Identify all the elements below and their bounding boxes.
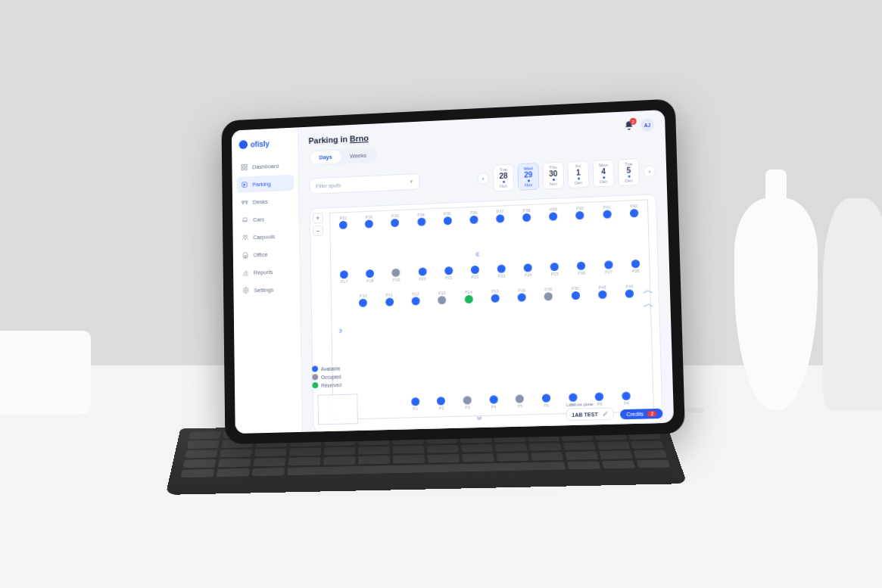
date-card[interactable]: Tue5Dec [618,158,640,186]
spot-label: P1 [413,406,418,411]
parking-spot[interactable]: P30 [571,286,580,300]
parking-spot[interactable]: P11 [385,293,394,306]
parking-spot[interactable]: P6 [542,394,551,407]
sidebar-item-office[interactable]: Office [237,245,295,263]
parking-spot[interactable]: P33 [391,213,399,227]
parking-spot[interactable]: P10 [359,294,367,307]
sidebar-item-label: Parking [252,180,270,188]
parking-spot[interactable]: P37 [496,209,504,222]
brand-logo[interactable]: ofisly [236,135,294,158]
spot-status-dot [604,260,612,269]
credits-button[interactable]: Credits 2 [620,409,663,420]
parking-spot[interactable]: P1 [411,397,419,411]
filter-dropdown[interactable]: Filter spots ▾ [309,173,419,194]
date-card[interactable]: Thu30Nov [542,162,564,190]
parking-spot[interactable]: P40 [575,206,584,219]
sidebar-item-dashboard[interactable]: Dashboard [236,157,294,176]
zoom-in-button[interactable]: + [313,213,323,223]
sidebar-item-label: Desks [253,198,268,206]
legend: Available Occupied Reserved [312,365,341,388]
license-plate-pill[interactable]: 1AB TEST [566,407,614,421]
page-title-location[interactable]: Brno [350,133,369,143]
parking-spot[interactable]: P27 [604,260,613,274]
spot-status-dot [340,270,348,278]
credits-label: Credits [626,411,644,417]
parking-spot[interactable]: P18 [366,269,374,283]
parking-spot[interactable]: P36 [469,210,478,224]
parking-spot[interactable]: P15 [491,289,499,303]
spot-label: P16 [518,288,525,292]
floorplan[interactable]: + − P31P32P33P34P35P36P37P38P39P40P41P42… [310,194,663,431]
sidebar-item-carpools[interactable]: Carpools [237,227,295,245]
spot-label: P36 [470,210,478,215]
spot-label: P35 [444,211,451,216]
date-strip: ‹ Tue28NovWed29NovThu30NovFri1DecMon4Dec… [477,157,656,192]
parking-spot[interactable]: P25 [550,263,559,276]
spot-status-dot [438,296,446,304]
notification-badge: 2 [629,118,636,125]
zoom-out-button[interactable]: − [313,226,323,236]
parking-spot[interactable]: P38 [522,208,531,222]
sidebar-item-label: Cars [253,216,264,222]
parking-spot[interactable]: P13 [438,291,446,304]
parking-spot[interactable]: P31 [339,216,348,229]
spot-status-dot [576,211,584,219]
parking-spot[interactable]: P4 [489,395,497,409]
notifications-button[interactable]: 2 [623,120,634,132]
spot-label: P31 [339,216,347,220]
parking-spot[interactable]: P26 [577,262,586,275]
parking-spot[interactable]: P43 [598,285,607,299]
parking-spot[interactable]: P39 [549,207,557,220]
direction-arrow-icon: ›› [338,324,341,336]
sidebar-item-reports[interactable]: Reports [238,263,295,281]
parking-spot[interactable]: P5 [516,394,524,408]
parking-spot[interactable]: P23 [497,265,506,278]
parking-spot[interactable]: P42 [629,204,638,217]
parking-spot[interactable]: P22 [471,266,479,279]
main-content: Parking in Brno 2 AJ Days [298,110,674,432]
parking-spot[interactable]: P21 [444,266,453,280]
sidebar-item-cars[interactable]: Cars [237,210,295,228]
spot-label: P12 [412,291,419,296]
direction-arrow-down-icon: ›› [474,415,486,418]
parking-spot[interactable]: P34 [417,213,425,226]
parking-spot[interactable]: P41 [603,204,612,218]
parking-spot[interactable]: P20 [418,267,426,281]
parking-spot[interactable]: P19 [392,269,400,282]
parking-spot[interactable]: P2 [437,397,445,410]
spot-status-dot [471,266,479,274]
parking-spot[interactable]: P44 [625,284,634,297]
parking-spot[interactable]: P17 [340,270,348,284]
minimap[interactable] [318,394,358,425]
parking-spot[interactable]: P24 [524,263,532,277]
date-card[interactable]: Fri1Dec [567,160,589,188]
sidebar-item-parking[interactable]: PParking [236,175,294,194]
date-next-button[interactable]: › [644,165,656,178]
parking-spot[interactable]: P12 [411,291,419,305]
date-card[interactable]: Tue28Nov [493,164,515,192]
parking-spot[interactable]: P29 [544,287,553,300]
spot-label: P28 [631,269,639,273]
parking-spot[interactable]: P16 [517,288,525,301]
avatar[interactable]: AJ [640,118,655,132]
parking-spot[interactable]: P35 [443,211,451,225]
date-card[interactable]: Wed29Nov [517,163,539,191]
tab-days[interactable]: Days [310,151,341,164]
spot-label: P29 [544,287,552,291]
sidebar-item-settings[interactable]: Settings [238,281,295,299]
date-prev-button[interactable]: ‹ [477,173,489,185]
parking-spot[interactable]: P14 [464,290,472,303]
tab-weeks[interactable]: Weeks [341,148,376,163]
parking-spot[interactable]: P28 [631,260,640,273]
spot-label: P17 [341,279,348,284]
spot-label: P20 [419,276,426,281]
spot-label: P43 [599,285,606,290]
date-card[interactable]: Mon4Dec [593,160,615,188]
parking-spot[interactable]: P3 [463,396,472,409]
svg-point-11 [243,235,245,238]
spot-status-dot [598,291,606,299]
spot-status-dot [542,394,550,402]
parking-spot[interactable]: P32 [365,214,373,228]
date-num: 5 [619,166,639,175]
sidebar-item-desks[interactable]: Desks [237,192,295,211]
